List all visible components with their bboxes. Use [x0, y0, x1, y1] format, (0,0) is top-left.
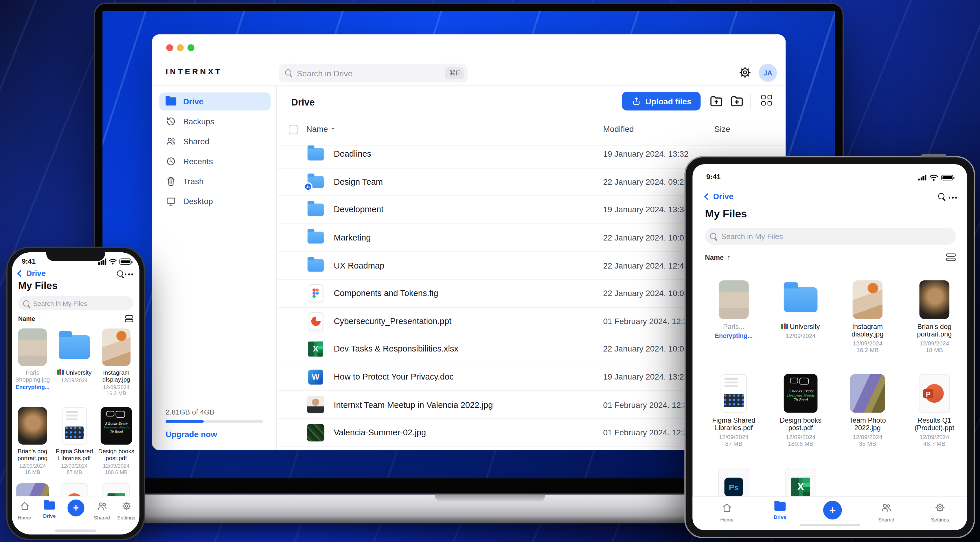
- file-modified: 22 January 2024. 10:08: [603, 289, 688, 298]
- settings-gear-button[interactable]: [738, 66, 752, 79]
- bottom-nav: Home Drive + Shared Settings: [12, 496, 140, 528]
- tablet-device: 9:41 Drive My Files Name↑: [684, 156, 975, 538]
- sort-by-name[interactable]: Name↑: [705, 253, 730, 261]
- file-name: Brian's dog portrait.png: [14, 448, 51, 462]
- grid-item[interactable]: University 12/09/2024: [770, 281, 830, 339]
- tablet-power-button: [921, 154, 946, 157]
- grid-item[interactable]: University 12/09/2024: [56, 328, 93, 383]
- sidebar-item-trash[interactable]: Trash: [159, 172, 270, 190]
- search-input[interactable]: [297, 68, 441, 78]
- search-icon: [285, 70, 293, 77]
- avatar[interactable]: JA: [759, 63, 777, 82]
- column-modified[interactable]: Modified: [603, 124, 634, 133]
- nav-home[interactable]: Home: [713, 502, 741, 523]
- nav-drive[interactable]: Drive: [765, 502, 794, 520]
- grid-item[interactable]: Team Photo 2022.jpg 12/09/202435 MB: [838, 374, 897, 447]
- search-input[interactable]: [721, 232, 951, 241]
- grid-item[interactable]: Brian's dog portrait.png 12/09/202418 MB: [14, 407, 51, 475]
- marketing-composite: INTERNXT ⌘F JA Drive: [0, 0, 980, 542]
- new-folder-button[interactable]: [729, 94, 745, 109]
- sort-asc-icon: ↑: [727, 253, 730, 261]
- back-label: Drive: [713, 192, 733, 201]
- list-view-toggle[interactable]: [946, 254, 955, 261]
- shared-folder-icon: [307, 173, 325, 190]
- file-name: Design books post.pdf: [97, 448, 135, 462]
- select-all-checkbox[interactable]: [289, 125, 298, 134]
- nav-label: Shared: [89, 515, 114, 521]
- search-icon: [710, 233, 718, 240]
- glasses-graphic: [790, 378, 798, 383]
- add-button[interactable]: +: [823, 501, 842, 520]
- search-input[interactable]: [33, 300, 128, 307]
- sort-by-name[interactable]: Name↑: [18, 315, 41, 322]
- battery-icon: [119, 259, 131, 265]
- column-name[interactable]: Name↑: [306, 124, 335, 133]
- file-name: Cybersecurity_Presentation.ppt: [334, 317, 451, 326]
- file-name: Internxt Team Meetup in Valencia 2022.jp…: [334, 400, 493, 409]
- add-button[interactable]: +: [67, 499, 84, 516]
- more-options-button[interactable]: [125, 273, 133, 275]
- upload-folder-button[interactable]: [709, 94, 724, 109]
- word-file-icon: W: [307, 368, 325, 385]
- drive-search-bar[interactable]: ⌘F: [278, 63, 467, 82]
- search-bar[interactable]: [705, 228, 956, 244]
- grid-item[interactable]: Paris Shopping.jpg Encrypting...: [14, 328, 51, 390]
- internxt-logo: INTERNXT: [165, 67, 222, 76]
- grid-item[interactable]: Instagram display.jpg 12/09/202416.2 MB: [97, 328, 135, 396]
- nav-label: Settings: [924, 517, 956, 523]
- upgrade-link[interactable]: Upgrade now: [165, 429, 263, 439]
- file-name: Design books post.pdf: [770, 417, 830, 431]
- file-name: UX Roadmap: [334, 261, 384, 270]
- grid-item[interactable]: 5 Books Every Designer Needs To Read Des…: [770, 374, 830, 447]
- nav-shared[interactable]: Shared: [872, 502, 900, 523]
- upload-files-button[interactable]: Upload files: [622, 92, 700, 111]
- grid-item[interactable]: Paris... Encrypting...: [704, 281, 764, 339]
- nav-settings[interactable]: Settings: [924, 502, 956, 523]
- sidebar-item-label: Shared: [183, 137, 210, 146]
- storage-progress-fill: [165, 420, 204, 423]
- sidebar-item-drive[interactable]: Drive: [159, 92, 270, 111]
- grid-item[interactable]: 5 Books Every Designer Needs To Read Des…: [97, 407, 135, 475]
- grid-item[interactable]: Brian's dog portrait.png 12/09/202418 MB: [904, 281, 964, 353]
- grid-item[interactable]: Figma Shared Libraries.pdf 12/09/202487 …: [704, 374, 764, 447]
- sidebar-item-label: Recents: [183, 157, 213, 166]
- photo-thumbnail: [102, 328, 130, 366]
- backup-history-icon: [165, 116, 176, 127]
- trash-icon: [165, 176, 176, 187]
- file-date: 12/09/202416.2 MB: [97, 384, 135, 396]
- nav-drive[interactable]: Drive: [37, 501, 62, 519]
- sidebar-item-backups[interactable]: Backups: [159, 113, 270, 131]
- back-button[interactable]: Drive: [705, 192, 733, 201]
- sort-row: Name↑: [705, 253, 956, 261]
- nav-shared[interactable]: Shared: [89, 501, 114, 521]
- more-options-button[interactable]: [948, 197, 957, 198]
- folder-icon: [307, 146, 325, 163]
- column-size[interactable]: Size: [714, 124, 730, 133]
- sidebar-item-label: Trash: [183, 177, 204, 186]
- sidebar-item-desktop[interactable]: Desktop: [159, 192, 270, 211]
- chevron-left-icon: [704, 193, 711, 200]
- nav-home[interactable]: Home: [12, 501, 37, 521]
- grid-item[interactable]: Figma Shared Libraries.pdf 12/09/202487 …: [56, 407, 93, 475]
- back-button[interactable]: Drive: [18, 269, 46, 278]
- sidebar: Drive Backups Shared Recents: [152, 86, 277, 450]
- sidebar-item-shared[interactable]: Shared: [159, 132, 270, 151]
- status-time: 9:41: [706, 173, 721, 181]
- grid-item[interactable]: Instagram display.jpg 12/09/202416.2 MB: [838, 281, 897, 353]
- folder-icon: [782, 281, 819, 319]
- file-modified: 22 January 2024. 10:0: [603, 233, 684, 242]
- grid-view-button[interactable]: [761, 95, 772, 106]
- file-name: Development: [334, 205, 383, 214]
- monitor-icon: [165, 196, 176, 207]
- file-name: Figma Shared Libraries.pdf: [704, 417, 764, 431]
- status-time: 9:41: [22, 257, 36, 265]
- sidebar-item-recents[interactable]: Recents: [159, 152, 270, 171]
- shared-people-icon: [165, 136, 176, 147]
- sort-asc-icon: ↑: [38, 315, 41, 322]
- file-name: Components and Tokens.fig: [334, 289, 438, 298]
- list-view-toggle[interactable]: [125, 315, 133, 322]
- chevron-left-icon: [17, 270, 24, 277]
- file-date: 12/09/202435 MB: [838, 433, 897, 447]
- search-bar[interactable]: [18, 296, 133, 311]
- grid-item[interactable]: P Results Q1 (Product).ppt 12/09/202448.…: [904, 374, 964, 447]
